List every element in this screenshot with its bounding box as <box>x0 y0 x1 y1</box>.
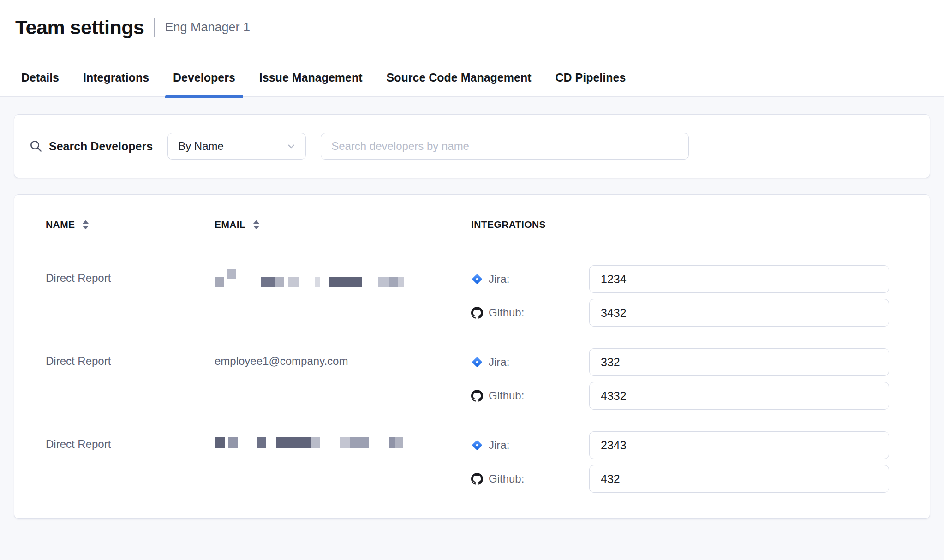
column-header-integrations: INTEGRATIONS <box>471 219 903 230</box>
developer-email <box>215 421 471 504</box>
column-header-email: EMAIL <box>215 219 471 230</box>
redacted-email <box>215 269 471 290</box>
redacted-email <box>215 432 471 453</box>
github-label: Github: <box>489 306 524 319</box>
developer-name: Direct Report <box>46 421 215 504</box>
github-label: Github: <box>489 472 524 485</box>
jira-icon <box>471 273 483 285</box>
jira-id-input[interactable] <box>589 431 889 459</box>
jira-icon <box>471 439 483 451</box>
jira-label: Jira: <box>489 439 509 452</box>
github-id-input[interactable] <box>589 465 889 493</box>
github-id-input[interactable] <box>589 299 889 327</box>
search-panel: Search Developers By Name <box>14 114 930 178</box>
github-icon <box>471 390 483 402</box>
sort-email-icon[interactable] <box>252 220 261 230</box>
filter-selected-value: By Name <box>178 140 224 153</box>
tab-bar: Details Integrations Developers Issue Ma… <box>0 59 944 97</box>
jira-id-input[interactable] <box>589 348 889 376</box>
row-divider <box>28 504 916 504</box>
tab-developers[interactable]: Developers <box>173 58 235 97</box>
table-row: Direct Report employee1@company.com Jira… <box>14 338 930 421</box>
developer-email: employee1@company.com <box>215 338 471 421</box>
page-title: Team settings <box>15 16 144 39</box>
github-icon <box>471 307 483 319</box>
title-separator <box>154 18 155 37</box>
integrations-cell: Jira: Github: <box>471 255 903 338</box>
search-developers-label: Search Developers <box>49 140 153 153</box>
jira-label: Jira: <box>489 356 509 369</box>
github-icon <box>471 473 483 485</box>
tab-integrations[interactable]: Integrations <box>83 58 149 97</box>
developer-email <box>215 255 471 338</box>
tab-cd-pipelines[interactable]: CD Pipelines <box>556 58 626 97</box>
tab-details[interactable]: Details <box>21 58 59 97</box>
table-row: Direct Report <box>14 421 930 504</box>
developer-name: Direct Report <box>46 338 215 421</box>
table-header-row: NAME EMAIL INTEGRATIONS <box>14 195 930 255</box>
search-filter-select[interactable]: By Name <box>167 133 306 160</box>
chevron-down-icon <box>285 140 297 152</box>
integrations-cell: Jira: Github: <box>471 421 903 504</box>
active-tab-underline <box>165 95 243 98</box>
table-row: Direct Report <box>14 255 930 338</box>
developer-name: Direct Report <box>46 255 215 338</box>
jira-id-input[interactable] <box>589 265 889 293</box>
tab-issue-management[interactable]: Issue Management <box>259 58 363 97</box>
team-name-subtitle: Eng Manager 1 <box>165 16 250 39</box>
page-header: Team settings Eng Manager 1 <box>0 0 944 59</box>
sort-name-icon[interactable] <box>81 220 90 230</box>
jira-label: Jira: <box>489 273 509 286</box>
developers-table: NAME EMAIL INTEGRATIONS <box>14 194 930 519</box>
tab-source-code-management[interactable]: Source Code Management <box>387 58 532 97</box>
jira-icon <box>471 356 483 368</box>
integrations-cell: Jira: Github: <box>471 338 903 421</box>
search-input[interactable] <box>321 133 689 160</box>
github-label: Github: <box>489 389 524 402</box>
search-icon <box>29 139 43 153</box>
column-header-name: NAME <box>46 219 215 230</box>
github-id-input[interactable] <box>589 382 889 410</box>
